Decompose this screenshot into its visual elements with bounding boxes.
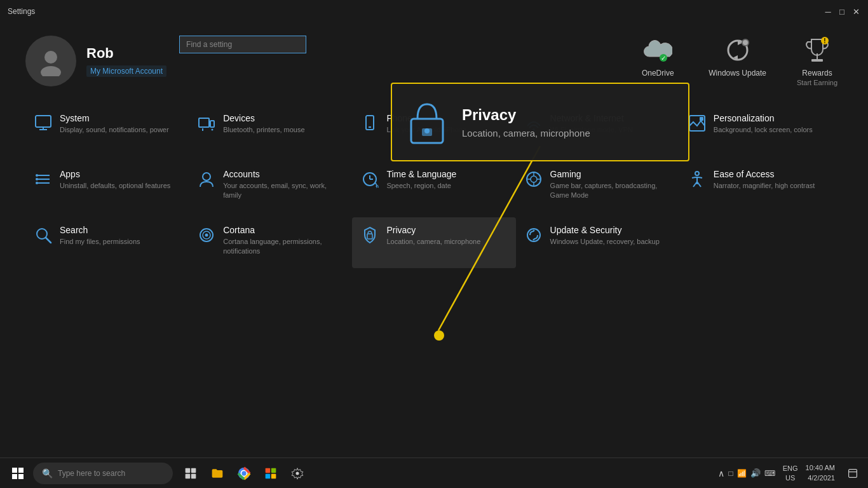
svg-line-42 xyxy=(46,238,51,243)
phone-icon xyxy=(361,114,379,132)
accounts-desc: Your accounts, email, sync, work, family xyxy=(223,181,343,201)
search-title: Search xyxy=(60,225,140,235)
settings-item-search[interactable]: Search Find my files, permissions xyxy=(25,217,189,268)
svg-point-45 xyxy=(205,234,208,237)
window-title: Settings xyxy=(8,7,35,16)
accounts-title: Accounts xyxy=(223,169,343,179)
gaming-title: Gaming xyxy=(550,169,670,179)
time-language-text: Time & Language Speech, region, date xyxy=(386,169,456,191)
search-desc: Find my files, permissions xyxy=(60,237,140,247)
settings-item-devices[interactable]: Devices Bluetooth, printers, mouse xyxy=(189,105,352,156)
spotlight-text: Privacy Location, camera, microphone xyxy=(462,106,590,139)
minimize-button[interactable]: ─ xyxy=(824,7,832,16)
update-security-icon xyxy=(525,226,543,244)
svg-point-35 xyxy=(531,176,537,182)
file-explorer-icon[interactable] xyxy=(205,461,230,486)
svg-point-6 xyxy=(743,40,748,45)
svg-text:✓: ✓ xyxy=(661,55,666,62)
quick-link-onedrive[interactable]: ✓ OneDrive xyxy=(632,36,683,78)
accounts-text: Accounts Your accounts, email, sync, wor… xyxy=(223,169,343,201)
language-indicator[interactable]: ENGUS xyxy=(783,464,798,482)
svg-point-29 xyxy=(203,173,210,180)
settings-item-gaming[interactable]: Gaming Game bar, captures, broadcasting,… xyxy=(516,161,679,212)
devices-text: Devices Bluetooth, printers, mouse xyxy=(223,113,304,135)
svg-rect-66 xyxy=(271,473,276,478)
svg-point-67 xyxy=(296,471,299,475)
taskbar-app-icons xyxy=(178,461,310,486)
start-button[interactable] xyxy=(5,461,31,486)
settings-item-system[interactable]: System Display, sound, notifications, po… xyxy=(25,105,189,156)
cortana-icon xyxy=(198,226,215,244)
ease-of-access-desc: Narrator, magnifier, high contrast xyxy=(714,181,815,191)
settings-item-personalization[interactable]: Personalization Background, lock screen,… xyxy=(679,105,843,156)
top-section: Rob My Microsoft Account ✓ OneDrive xyxy=(25,36,843,86)
settings-item-cortana[interactable]: Cortana Cortana language, permissions, n… xyxy=(189,217,352,268)
spotlight-desc: Location, camera, microphone xyxy=(462,128,590,139)
settings-item-update-security[interactable]: Update & Security Windows Update, recove… xyxy=(516,217,679,268)
quick-link-rewards[interactable]: ! Rewards Start Earning xyxy=(792,36,843,86)
svg-rect-64 xyxy=(271,468,276,473)
task-view-icon[interactable] xyxy=(178,461,203,486)
svg-text:!: ! xyxy=(824,37,825,44)
svg-point-62 xyxy=(241,471,246,475)
personalization-icon xyxy=(688,114,706,132)
cortana-title: Cortana xyxy=(223,225,343,235)
cortana-desc: Cortana language, permissions, notificat… xyxy=(223,237,343,257)
restore-button[interactable]: □ xyxy=(837,7,846,16)
settings-item-apps[interactable]: Apps Uninstall, defaults, optional featu… xyxy=(25,161,189,212)
settings-app-icon[interactable] xyxy=(285,461,310,486)
apps-icon xyxy=(34,170,52,188)
svg-rect-22 xyxy=(700,117,703,121)
svg-rect-46 xyxy=(367,234,372,239)
svg-point-50 xyxy=(424,128,430,133)
svg-rect-54 xyxy=(12,474,17,479)
settings-item-time-language[interactable]: A Time & Language Speech, region, date xyxy=(352,161,515,212)
taskbar-clock[interactable]: 10:40 AM 4/2/2021 xyxy=(801,463,840,483)
annotation-dot xyxy=(434,330,444,341)
keyboard-icon[interactable]: ⌨ xyxy=(764,469,775,478)
close-button[interactable]: ✕ xyxy=(851,7,860,16)
time-language-icon: A xyxy=(361,170,379,188)
privacy-icon xyxy=(361,226,379,244)
system-tray-icons: ∧ □ 📶 🔊 ⌨ xyxy=(713,468,780,478)
chrome-icon[interactable] xyxy=(231,461,257,486)
devices-icon xyxy=(198,114,215,132)
svg-rect-59 xyxy=(191,473,196,478)
privacy-spotlight[interactable]: Privacy Location, camera, microphone xyxy=(391,83,689,161)
search-box[interactable] xyxy=(179,36,306,53)
ease-of-access-title: Ease of Access xyxy=(714,169,815,179)
onedrive-label: OneDrive xyxy=(642,69,674,78)
profile-name: Rob xyxy=(86,45,166,62)
time-language-title: Time & Language xyxy=(386,169,456,179)
settings-item-ease-of-access[interactable]: Ease of Access Narrator, magnifier, high… xyxy=(679,161,843,212)
search-input[interactable] xyxy=(179,36,306,53)
rewards-label: Rewards xyxy=(802,69,832,78)
settings-item-accounts[interactable]: Accounts Your accounts, email, sync, wor… xyxy=(189,161,352,212)
title-bar: Settings ─ □ ✕ xyxy=(0,0,868,23)
update-security-text: Update & Security Windows Update, recove… xyxy=(550,225,660,247)
notification-icon[interactable] xyxy=(843,461,863,486)
quick-link-windows-update[interactable]: Windows Update xyxy=(709,36,766,78)
svg-text:A: A xyxy=(376,184,379,188)
apps-desc: Uninstall, defaults, optional features xyxy=(60,181,170,191)
update-security-desc: Windows Update, recovery, backup xyxy=(550,237,660,247)
accounts-icon xyxy=(198,170,215,188)
personalization-desc: Background, lock screen, colors xyxy=(714,125,813,135)
chevron-up-icon[interactable]: ∧ xyxy=(718,468,724,478)
empty-cell xyxy=(679,217,843,268)
clock-date: 4/2/2021 xyxy=(808,473,835,483)
tray-icon-1[interactable]: □ xyxy=(728,469,733,478)
svg-rect-58 xyxy=(186,473,191,478)
microsoft-account-link[interactable]: My Microsoft Account xyxy=(86,65,166,77)
tray-icon-2[interactable]: 📶 xyxy=(737,469,747,478)
devices-desc: Bluetooth, printers, mouse xyxy=(223,125,304,135)
privacy-desc: Location, camera, microphone xyxy=(386,237,480,247)
avatar xyxy=(25,36,76,86)
app-icon-4[interactable] xyxy=(258,461,283,486)
system-title: System xyxy=(60,113,169,123)
svg-rect-8 xyxy=(811,59,823,62)
settings-item-privacy[interactable]: Privacy Location, camera, microphone xyxy=(352,217,515,268)
taskbar-search[interactable]: 🔍 Type here to search xyxy=(33,463,173,484)
volume-icon[interactable]: 🔊 xyxy=(750,468,761,478)
system-icon xyxy=(34,114,52,132)
